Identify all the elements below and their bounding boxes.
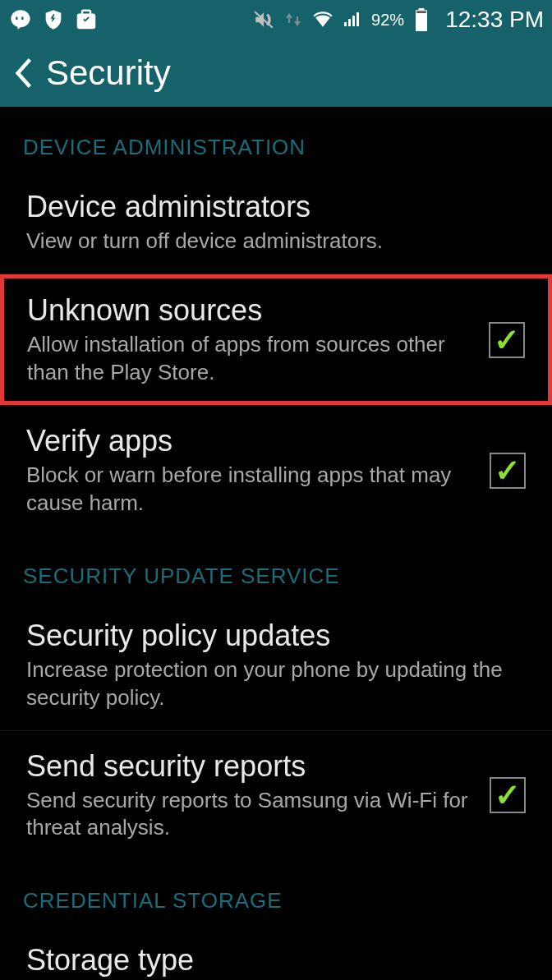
- header-bar: Security: [0, 39, 552, 107]
- section-header-security-update: SECURITY UPDATE SERVICE: [0, 536, 552, 600]
- setting-desc: Send security reports to Samsung via Wi-…: [26, 787, 473, 843]
- setting-title: Send security reports: [26, 749, 473, 784]
- setting-title: Unknown sources: [27, 293, 472, 328]
- settings-content: DEVICE ADMINISTRATION Device administrat…: [0, 107, 552, 980]
- back-icon[interactable]: [15, 58, 33, 89]
- setting-desc: Increase protection on your phone by upd…: [26, 656, 526, 712]
- setting-security-policy-updates[interactable]: Security policy updates Increase protect…: [0, 600, 552, 730]
- svg-rect-1: [416, 10, 427, 31]
- battery-icon: [409, 7, 434, 32]
- status-left-icons: [8, 7, 99, 32]
- checkbox-unknown-sources[interactable]: [489, 322, 525, 358]
- setting-title: Security policy updates: [26, 619, 526, 653]
- wifi-icon: [310, 7, 335, 32]
- svg-rect-2: [419, 8, 425, 10]
- section-header-device-admin: DEVICE ADMINISTRATION: [0, 107, 552, 172]
- store-icon: [74, 7, 99, 32]
- checkbox-send-reports[interactable]: [490, 777, 526, 813]
- checkbox-verify-apps[interactable]: [490, 453, 526, 489]
- setting-title: Verify apps: [26, 424, 473, 458]
- section-header-credential-storage: CREDENTIAL STORAGE: [0, 860, 552, 925]
- shield-icon: [41, 7, 66, 32]
- setting-title: Storage type: [26, 943, 526, 978]
- setting-device-administrators[interactable]: Device administrators View or turn off d…: [0, 172, 552, 274]
- setting-unknown-sources[interactable]: Unknown sources Allow installation of ap…: [0, 274, 552, 406]
- status-right-icons: 92% 12:33 PM: [251, 7, 544, 33]
- hangouts-icon: [8, 7, 33, 32]
- mute-icon: [251, 7, 276, 32]
- setting-send-security-reports[interactable]: Send security reports Send security repo…: [0, 731, 552, 861]
- setting-desc: Block or warn before installing apps tha…: [26, 462, 473, 518]
- signal-icon: [340, 7, 365, 32]
- battery-percentage: 92%: [371, 11, 404, 30]
- setting-title: Device administrators: [26, 190, 526, 224]
- page-title: Security: [46, 53, 171, 93]
- setting-storage-type[interactable]: Storage type Back up to hardware: [0, 925, 552, 980]
- data-icon: [281, 7, 306, 32]
- svg-rect-3: [416, 12, 426, 13]
- setting-desc: Allow installation of apps from sources …: [27, 331, 472, 387]
- clock: 12:33 PM: [445, 7, 544, 33]
- setting-desc: View or turn off device administrators.: [26, 228, 526, 255]
- status-bar: 92% 12:33 PM: [0, 0, 552, 39]
- setting-verify-apps[interactable]: Verify apps Block or warn before install…: [0, 406, 552, 536]
